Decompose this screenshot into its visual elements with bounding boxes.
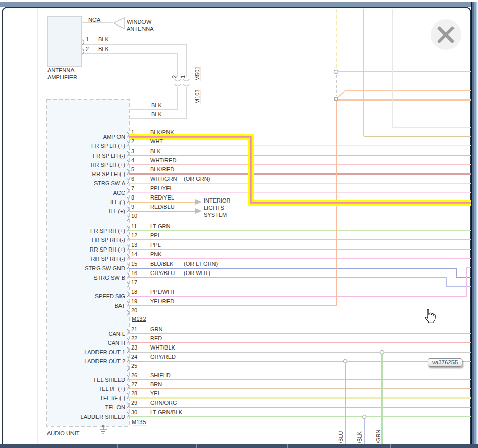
bottom-bar-divider bbox=[196, 444, 197, 448]
screen: 1BLK/PNKAMP ON2WHTFR SP LH (+)3BLKFR SP … bbox=[0, 0, 478, 448]
bottom-bar-divider bbox=[117, 444, 118, 448]
window-right-border bbox=[471, 2, 478, 444]
x-icon bbox=[431, 19, 461, 50]
bottom-bar-divider bbox=[287, 444, 288, 448]
diagram-panel bbox=[2, 7, 471, 448]
bottom-bar-divider bbox=[390, 444, 391, 448]
hand-pointer-icon bbox=[423, 308, 436, 328]
close-button[interactable] bbox=[431, 19, 461, 50]
bottom-bar bbox=[0, 444, 478, 448]
hover-tooltip: va376255 bbox=[428, 358, 462, 367]
